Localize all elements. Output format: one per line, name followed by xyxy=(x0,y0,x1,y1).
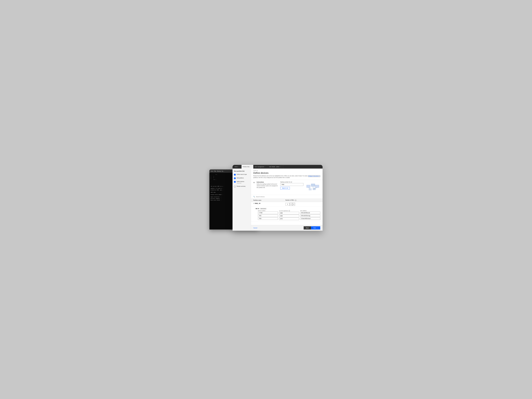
terminal-menu-item: Qu... xyxy=(222,171,224,172)
num-nics-input[interactable] xyxy=(285,203,290,205)
collapse-instructions-button[interactable]: Collapse instructions ≡ xyxy=(308,175,320,177)
tab-label: User details - admin xyxy=(269,166,279,167)
partition-name: RHEL_05 xyxy=(255,203,260,204)
next-button[interactable]: Next → xyxy=(311,226,320,229)
mac-address-input-3[interactable] xyxy=(300,217,320,220)
close-icon[interactable]: × xyxy=(280,166,281,167)
num-nics-cell: − + xyxy=(283,202,323,206)
step-item-define-devices[interactable]: ● Define devices Advanced xyxy=(234,181,249,184)
panel-header: STEP 03 Define devices Review the link a… xyxy=(251,169,323,180)
svg-rect-6 xyxy=(309,188,312,190)
step-label-1: Define name & type xyxy=(237,174,247,175)
main-laptop: Home × | Partition links × | User manage… xyxy=(233,165,323,231)
browser-chrome: Home × | Partition links × | User manage… xyxy=(233,165,323,169)
device-number-input-2[interactable] xyxy=(258,215,278,217)
close-icon[interactable]: × xyxy=(238,166,239,167)
step-sublabel-3: Advanced xyxy=(237,183,241,184)
instructions-title: Instructions xyxy=(257,181,279,183)
vlan-id-label: VLAN ID (optional) i xyxy=(279,210,299,211)
instructions-row: ⚙ Instructions Define the starting numbe… xyxy=(251,180,323,195)
terminal-menu-item: Filter xyxy=(214,171,216,172)
increment-nics-button[interactable]: + xyxy=(292,203,295,206)
device-number-input-3[interactable] xyxy=(258,217,278,220)
chevron-down-icon[interactable]: ∧ xyxy=(253,203,254,204)
nic-grid: Device numbers VLAN ID (opti xyxy=(258,210,320,221)
partition-name-cell: ∧ RHEL_05 xyxy=(251,202,283,206)
svg-rect-5 xyxy=(316,185,319,187)
illustration xyxy=(305,181,320,193)
vlan-id-input-2[interactable] xyxy=(279,215,299,217)
svg-rect-3 xyxy=(311,184,315,186)
tab-label: Partition links xyxy=(243,166,249,167)
cancel-button[interactable]: Cancel xyxy=(253,227,257,228)
tab-home[interactable]: Home × | xyxy=(234,165,241,169)
tab-partition-links[interactable]: Partition links × | xyxy=(241,165,253,169)
panel-body: ⚙ Instructions Define the starting numbe… xyxy=(251,180,323,225)
search-input[interactable] xyxy=(256,196,320,197)
mac-address-column: MAC address xyxy=(300,210,320,221)
step-item-review-summary[interactable]: Review summary xyxy=(234,185,249,188)
search-bar: 🔍 xyxy=(251,195,323,199)
apply-to-set-button[interactable]: Apply to set xyxy=(280,187,290,190)
app-content: New partition link ✓ Define name & type … xyxy=(233,169,323,231)
info-icon[interactable]: i xyxy=(289,210,290,211)
nic-header: NIC 01 Boot source xyxy=(256,208,320,209)
arrow-right-icon: → xyxy=(317,227,318,228)
tab-user-management[interactable]: User management × | xyxy=(253,165,268,169)
instructions-text: Define the starting number for the set o… xyxy=(257,183,279,188)
tab-label: Home xyxy=(234,166,238,167)
svg-rect-7 xyxy=(313,188,316,190)
svg-line-8 xyxy=(308,188,310,188)
vlan-id-input-3[interactable] xyxy=(279,218,299,220)
step-label-3: Define devices Advanced xyxy=(237,181,244,184)
device-numbers-column: Device numbers xyxy=(258,210,278,221)
table-header-num-nics: Number of NICs i xyxy=(283,199,323,202)
step-label-2: Add partitions xyxy=(237,177,244,179)
step-label-4: Review summary xyxy=(237,185,246,187)
step-circle-2: ✓ xyxy=(234,177,236,179)
starting-number-input[interactable] xyxy=(280,183,304,186)
step-item-define-name[interactable]: ✓ Define name & type xyxy=(234,174,249,176)
collapse-label: Collapse instructions xyxy=(308,176,319,177)
steps-sidebar: New partition link ✓ Define name & type … xyxy=(233,169,251,231)
decrement-nics-button[interactable]: − xyxy=(290,203,292,206)
next-label: Next xyxy=(313,227,316,228)
boot-source-badge: Boot source xyxy=(260,208,266,209)
num-nics-stepper[interactable]: − + xyxy=(285,203,320,206)
info-icon[interactable]: i xyxy=(295,200,296,201)
close-icon[interactable]: × xyxy=(265,166,265,167)
search-icon: 🔍 xyxy=(253,196,255,197)
step-item-add-partitions[interactable]: ✓ Add partitions xyxy=(234,177,249,179)
step-number: STEP 03 xyxy=(253,170,320,171)
devices-table: Partition name Number of NICs i xyxy=(251,199,323,222)
settings-icon: ⚙ xyxy=(253,182,255,184)
tab-user-details[interactable]: User details - admin × | xyxy=(268,165,283,169)
scene: Goto Filter Backup Qu... ─CSa//*/ A... C… xyxy=(209,165,323,234)
step-circle-4 xyxy=(234,186,236,188)
terminal-menu-item: Goto xyxy=(211,171,213,172)
step-circle-1: ✓ xyxy=(234,174,236,176)
starting-number-box: Starting number for set Apply to set xyxy=(280,181,304,190)
svg-rect-1 xyxy=(307,185,310,187)
device-number-input-1[interactable] xyxy=(258,212,278,214)
footer-bar: Cancel Back Next → xyxy=(251,225,323,231)
mac-address-label: MAC address xyxy=(300,210,320,211)
table-header-partition-name: Partition name xyxy=(251,199,283,202)
table-row: ∧ RHEL_05 − + xyxy=(251,202,323,206)
nic-details-row: NIC 01 Boot source Device numbers xyxy=(251,206,323,222)
mac-address-input-2[interactable] xyxy=(300,215,320,217)
footer-actions: Back Next → xyxy=(304,226,320,229)
page-title: Define devices xyxy=(253,172,320,174)
nic-row: NIC 01 Boot source Device numbers xyxy=(256,208,320,221)
vlan-id-input-1[interactable] xyxy=(279,212,299,214)
close-icon[interactable]: × xyxy=(250,166,251,167)
device-numbers-label: Device numbers xyxy=(258,210,278,211)
main-panel: STEP 03 Define devices Review the link a… xyxy=(251,169,323,231)
step-circle-3: ● xyxy=(234,181,236,183)
list-icon: ≡ xyxy=(319,176,320,177)
mac-address-input-1[interactable] xyxy=(300,212,320,214)
starting-number-label: Starting number for set xyxy=(280,181,304,183)
terminal-menu-item: Backup xyxy=(217,171,221,172)
back-button[interactable]: Back xyxy=(304,226,311,229)
tab-label: User management xyxy=(254,166,264,167)
